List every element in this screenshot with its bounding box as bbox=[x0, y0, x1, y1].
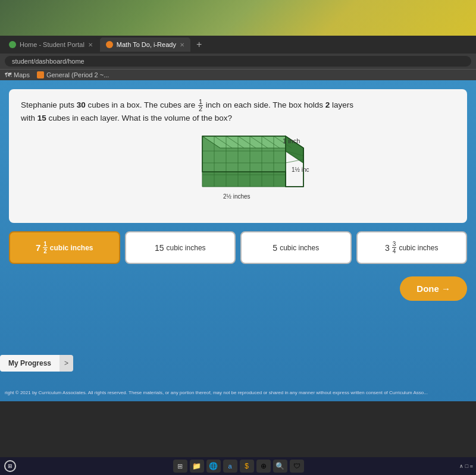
bottom-row: Done → bbox=[9, 273, 467, 304]
browser-chrome: Home - Student Portal ✕ Math To Do, i-Re… bbox=[0, 36, 476, 80]
answer-2-whole: 15 bbox=[155, 243, 164, 253]
answer-1-frac: 1 2 bbox=[43, 241, 48, 254]
taskbar: ⊞ ⊞ 📁 🌐 a $ ⊕ 🔍 🛡 ∧ □ = bbox=[0, 457, 476, 475]
answer-4-unit: cubic inches bbox=[399, 244, 438, 252]
address-bar-row: student/dashboard/home bbox=[0, 54, 476, 69]
taskbar-app7[interactable]: 🔍 bbox=[273, 460, 287, 473]
answer-btn-1[interactable]: 7 1 2 cubic inches bbox=[9, 231, 120, 264]
answer-btn-4[interactable]: 3 3 4 cubic inches bbox=[356, 231, 468, 264]
answer-1-unit: cubic inches bbox=[50, 244, 93, 252]
tab-close-1[interactable]: ✕ bbox=[88, 42, 93, 48]
svg-text:1½ inches: 1½ inches bbox=[292, 166, 309, 173]
answer-2-unit: cubic inches bbox=[167, 244, 206, 252]
answer-3-unit: cubic inches bbox=[280, 244, 319, 252]
done-button[interactable]: Done → bbox=[400, 276, 467, 301]
windows-icon: ⊞ bbox=[4, 460, 16, 472]
question-text: Stephanie puts 30 cubes in a box. The cu… bbox=[21, 99, 455, 124]
answer-3-whole: 5 bbox=[273, 243, 277, 253]
q-line2: with bbox=[21, 114, 37, 122]
answer-1-whole: 7 bbox=[36, 243, 40, 253]
main-content: Stephanie puts 30 cubes in a box. The cu… bbox=[0, 80, 476, 401]
bookmarks-bar: 🗺 Maps General (Period 2 ~... bbox=[0, 69, 476, 80]
tab-bar: Home - Student Portal ✕ Math To Do, i-Re… bbox=[0, 36, 476, 54]
box-diagram: 1 inch 1½ inches 2½ inches bbox=[167, 130, 309, 207]
q-num3: 15 bbox=[37, 114, 46, 122]
bookmark-general[interactable]: General (Period 2 ~... bbox=[37, 71, 109, 78]
windows-start[interactable]: ⊞ bbox=[3, 460, 17, 472]
svg-text:1 inch: 1 inch bbox=[283, 137, 300, 144]
inline-fraction: 12 bbox=[198, 99, 203, 112]
footer-copyright: right © 2021 by Curriculum Associates. A… bbox=[0, 386, 476, 397]
taskbar-time: ∧ □ = bbox=[459, 463, 473, 469]
tab-label-1: Home - Student Portal bbox=[20, 41, 84, 48]
address-bar[interactable]: student/dashboard/home bbox=[5, 56, 471, 67]
svg-text:2½  inches: 2½ inches bbox=[223, 193, 250, 200]
q-mid2: inch on each side. The box holds bbox=[203, 100, 325, 109]
tab-student-portal[interactable]: Home - Student Portal ✕ bbox=[3, 37, 99, 52]
svg-marker-2 bbox=[202, 172, 286, 187]
tab-icon-green bbox=[9, 41, 16, 48]
q-before: Stephanie puts bbox=[21, 100, 77, 109]
taskbar-store[interactable]: a bbox=[223, 460, 237, 473]
q-mid4: cubes in each layer. What is the volume … bbox=[46, 114, 232, 122]
progress-chevron[interactable]: > bbox=[60, 355, 73, 372]
taskbar-app8[interactable]: 🛡 bbox=[290, 460, 304, 473]
top-decoration bbox=[0, 0, 476, 36]
taskbar-search[interactable]: ⊞ bbox=[173, 460, 187, 473]
tab-close-2[interactable]: ✕ bbox=[180, 42, 184, 48]
question-card: Stephanie puts 30 cubes in a box. The cu… bbox=[9, 89, 467, 223]
new-tab-button[interactable]: + bbox=[192, 39, 206, 50]
maps-icon: 🗺 bbox=[5, 71, 11, 78]
bookmark-maps[interactable]: 🗺 Maps bbox=[5, 71, 30, 78]
answer-btn-2[interactable]: 15 cubic inches bbox=[125, 231, 236, 264]
address-text: student/dashboard/home bbox=[12, 58, 84, 65]
taskbar-edge[interactable]: 🌐 bbox=[206, 460, 221, 473]
answer-4-whole: 3 bbox=[385, 243, 390, 253]
my-progress-button[interactable]: My Progress bbox=[0, 355, 60, 372]
bookmark-general-label: General (Period 2 ~... bbox=[46, 71, 109, 78]
tab-label-2: Math To Do, i-Ready bbox=[117, 41, 176, 48]
copyright-text: right © 2021 by Curriculum Associates. A… bbox=[5, 390, 428, 395]
taskbar-apps: ⊞ 📁 🌐 a $ ⊕ 🔍 🛡 bbox=[20, 460, 456, 473]
taskbar-app5[interactable]: $ bbox=[240, 460, 254, 473]
diagram-area: 1 inch 1½ inches 2½ inches bbox=[21, 130, 455, 213]
answer-4-frac: 3 4 bbox=[392, 241, 397, 254]
answer-btn-3[interactable]: 5 cubic inches bbox=[240, 231, 352, 264]
tab-iready[interactable]: Math To Do, i-Ready ✕ bbox=[100, 37, 190, 52]
q-mid3: layers bbox=[330, 100, 353, 109]
taskbar-right: ∧ □ = bbox=[459, 463, 473, 469]
q-num1: 30 bbox=[77, 100, 86, 109]
taskbar-app6[interactable]: ⊕ bbox=[256, 460, 271, 473]
my-progress-bar: My Progress > bbox=[0, 355, 73, 372]
q-mid1: cubes in a box. The cubes are bbox=[86, 100, 198, 109]
bookmark-maps-label: Maps bbox=[14, 71, 30, 78]
tab-icon-iready bbox=[106, 41, 113, 48]
answer-choices: 7 1 2 cubic inches 15 cubic inches 5 cub… bbox=[9, 231, 467, 264]
general-icon bbox=[37, 71, 44, 78]
taskbar-explorer[interactable]: 📁 bbox=[190, 460, 204, 473]
